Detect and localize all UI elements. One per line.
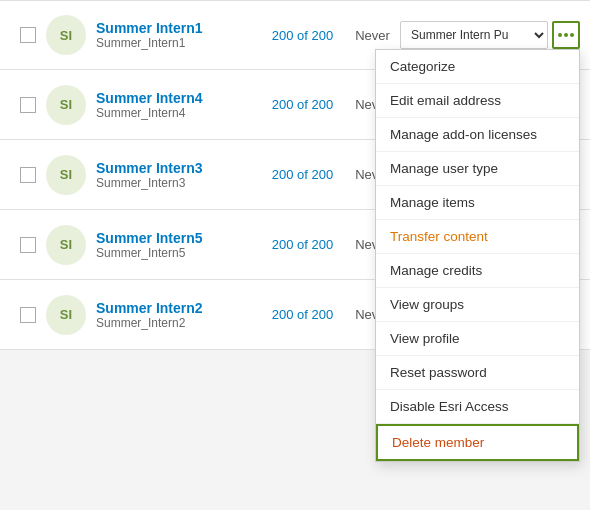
checkbox-cell [10,27,46,43]
user-info: Summer Intern4Summer_Intern4 [96,90,260,120]
user-username: Summer_Intern5 [96,246,260,260]
menu-item-categorize[interactable]: Categorize [376,50,579,84]
dropdown-cell: Summer Intern PuCategorizeEdit email add… [400,21,580,49]
menu-item-manage-items[interactable]: Manage items [376,186,579,220]
user-username: Summer_Intern1 [96,36,260,50]
user-name[interactable]: Summer Intern1 [96,20,260,36]
user-name[interactable]: Summer Intern3 [96,160,260,176]
credits-cell: 200 of 200 [260,97,345,112]
user-username: Summer_Intern2 [96,316,260,330]
checkbox-cell [10,307,46,323]
row-checkbox[interactable] [20,27,36,43]
checkbox-cell [10,237,46,253]
avatar: SI [46,225,86,265]
user-username: Summer_Intern4 [96,106,260,120]
row-checkbox[interactable] [20,97,36,113]
user-info: Summer Intern5Summer_Intern5 [96,230,260,260]
user-name[interactable]: Summer Intern4 [96,90,260,106]
avatar: SI [46,85,86,125]
credits-cell: 200 of 200 [260,167,345,182]
table-row: SISummer Intern1Summer_Intern1200 of 200… [0,0,590,70]
row-checkbox[interactable] [20,167,36,183]
menu-item-reset-password[interactable]: Reset password [376,356,579,390]
checkbox-cell [10,167,46,183]
table-container: SISummer Intern1Summer_Intern1200 of 200… [0,0,590,510]
role-select[interactable]: Summer Intern Pu [400,21,548,49]
menu-item-edit-email[interactable]: Edit email address [376,84,579,118]
menu-item-delete-member[interactable]: Delete member [376,424,579,461]
credits-cell: 200 of 200 [260,307,345,322]
row-checkbox[interactable] [20,237,36,253]
avatar: SI [46,155,86,195]
menu-item-manage-credits[interactable]: Manage credits [376,254,579,288]
menu-item-manage-addons[interactable]: Manage add-on licenses [376,118,579,152]
more-options-button[interactable] [552,21,580,49]
more-dots-icon [558,33,574,37]
menu-item-view-groups[interactable]: View groups [376,288,579,322]
credits-cell: 200 of 200 [260,28,345,43]
user-username: Summer_Intern3 [96,176,260,190]
menu-item-view-profile[interactable]: View profile [376,322,579,356]
row-checkbox[interactable] [20,307,36,323]
dropdown-anchor: CategorizeEdit email addressManage add-o… [552,21,580,49]
credits-cell: 200 of 200 [260,237,345,252]
checkbox-cell [10,97,46,113]
menu-item-transfer-content[interactable]: Transfer content [376,220,579,254]
user-info: Summer Intern2Summer_Intern2 [96,300,260,330]
avatar: SI [46,295,86,335]
avatar: SI [46,15,86,55]
last-login-cell: Never [345,28,400,43]
menu-item-manage-user-type[interactable]: Manage user type [376,152,579,186]
context-menu: CategorizeEdit email addressManage add-o… [375,49,580,462]
user-info: Summer Intern1Summer_Intern1 [96,20,260,50]
user-name[interactable]: Summer Intern5 [96,230,260,246]
user-info: Summer Intern3Summer_Intern3 [96,160,260,190]
user-name[interactable]: Summer Intern2 [96,300,260,316]
menu-item-disable-esri[interactable]: Disable Esri Access [376,390,579,424]
